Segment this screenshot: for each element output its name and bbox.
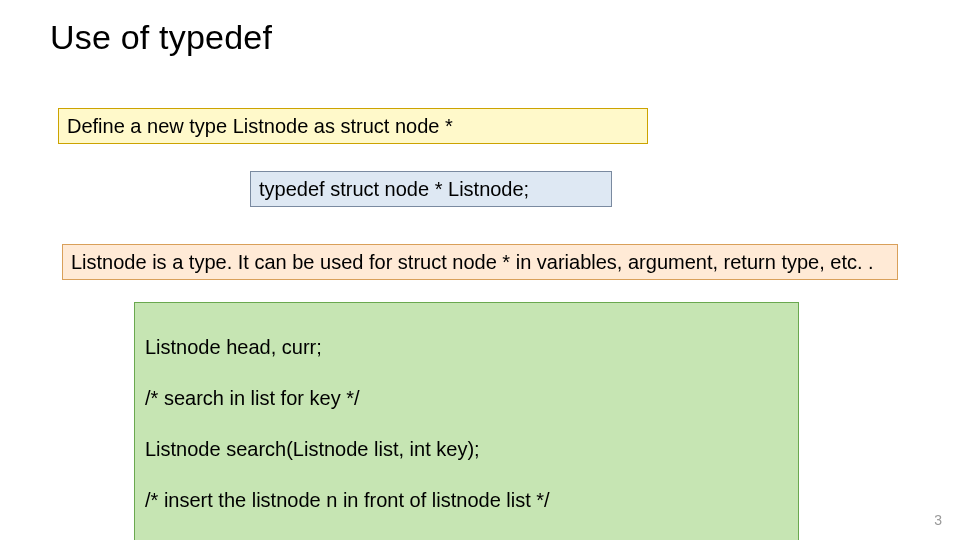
- slide-title: Use of typedef: [50, 18, 272, 57]
- code-example-box: Listnode head, curr; /* search in list f…: [134, 302, 799, 540]
- page-number: 3: [934, 512, 942, 528]
- define-type-box: Define a new type Listnode as struct nod…: [58, 108, 648, 144]
- explanation-box: Listnode is a type. It can be used for s…: [62, 244, 898, 280]
- code-line: Listnode search(Listnode list, int key);: [145, 438, 480, 460]
- code-line: Listnode head, curr;: [145, 336, 322, 358]
- code-line: /* search in list for key */: [145, 387, 360, 409]
- slide: Use of typedef Define a new type Listnod…: [0, 0, 960, 540]
- typedef-code-box: typedef struct node * Listnode;: [250, 171, 612, 207]
- code-line: /* insert the listnode n in front of lis…: [145, 489, 550, 511]
